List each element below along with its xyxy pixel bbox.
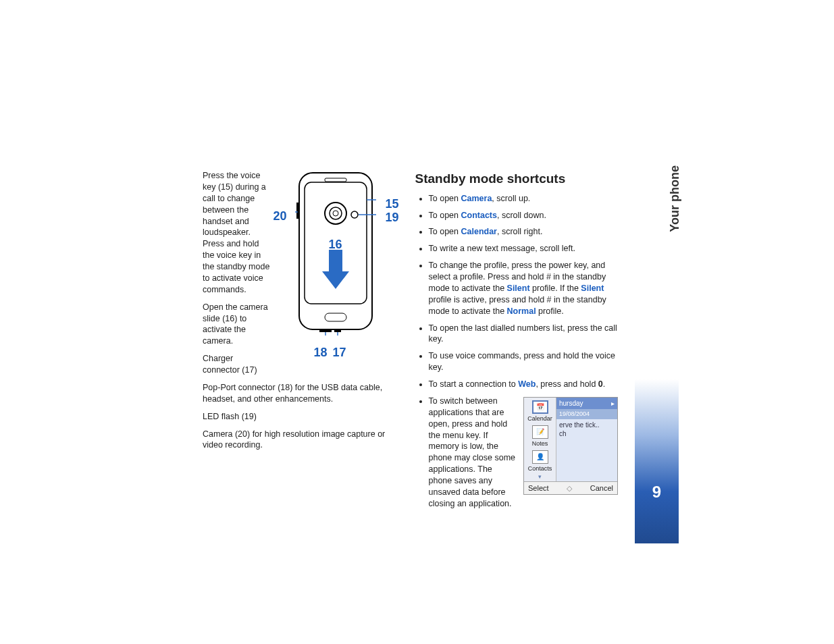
para-camera: Camera (20) for high resolution image ca… [203,429,403,452]
list-item: To open Camera, scroll up. [429,193,618,205]
para-popport: Pop-Port connector (18) for the USB data… [203,382,403,405]
screenshot-date: 19/08/2004 [556,409,617,419]
kw-contacts: Contacts [461,211,496,220]
app-label: Contacts [524,464,556,473]
contacts-icon: 👤 [532,450,548,464]
svg-rect-11 [334,329,341,332]
callout-18: 18 [314,344,328,360]
kw-web: Web [518,379,536,389]
document-page: 15 19 20 16 18 17 Press the voice key (1… [203,170,618,460]
list-item: To change the profile, press the power k… [429,260,618,317]
kw-camera: Camera [461,194,492,203]
page-sidebar: Your phone 9 [635,111,679,543]
list-item: To start a connection to Web, press and … [429,379,618,390]
para-led: LED flash (19) [203,411,403,423]
callout-19: 19 [386,209,399,225]
list-item: To open Contacts, scroll down. [429,210,618,221]
callout-17: 17 [333,344,346,360]
list-item: 📅 Calendar 📝 Notes 👤 Contacts ▾ hursday▸… [429,396,618,510]
shortcuts-list: To open Camera, scroll up. To open Conta… [415,193,618,510]
nav-right-icon: ▸ [611,399,615,408]
phone-diagram: 15 19 20 16 18 17 [275,170,403,363]
kw-silent: Silent [581,284,604,293]
softkey-select: Select [528,483,549,493]
nav-down-icon: ◇ [567,483,572,493]
callout-20: 20 [273,208,287,224]
kw-silent: Silent [507,284,530,293]
event-line: erve the tick.. [559,421,615,430]
app-switcher-screenshot: 📅 Calendar 📝 Notes 👤 Contacts ▾ hursday▸… [523,397,618,495]
app-label: Calendar [524,414,556,423]
svg-rect-7 [296,203,299,219]
notes-icon: 📝 [532,425,548,439]
callout-16: 16 [329,236,342,252]
calendar-icon: 📅 [532,400,548,414]
list-item: To write a new text message, scroll left… [429,243,618,254]
left-column: 15 19 20 16 18 17 Press the voice key (1… [203,170,403,460]
svg-rect-10 [319,329,332,332]
section-title: Your phone [668,165,682,232]
right-column: Standby mode shortcuts To open Camera, s… [415,170,618,460]
list-item: To open Calendar, scroll right. [429,226,618,238]
shortcuts-heading: Standby mode shortcuts [415,170,618,188]
list-item: To use voice commands, press and hold th… [429,350,618,373]
kw-calendar: Calendar [461,227,497,236]
screenshot-day: hursday [559,399,583,408]
app-switcher-sidebar: 📅 Calendar 📝 Notes 👤 Contacts ▾ [524,398,556,481]
kw-normal: Normal [507,306,536,316]
phone-outline [295,170,376,336]
app-label: Notes [524,439,556,448]
page-number: 9 [635,483,679,502]
event-line: ch [559,429,615,439]
softkey-cancel: Cancel [590,483,613,493]
list-item: To open the last dialled numbers list, p… [429,323,618,346]
